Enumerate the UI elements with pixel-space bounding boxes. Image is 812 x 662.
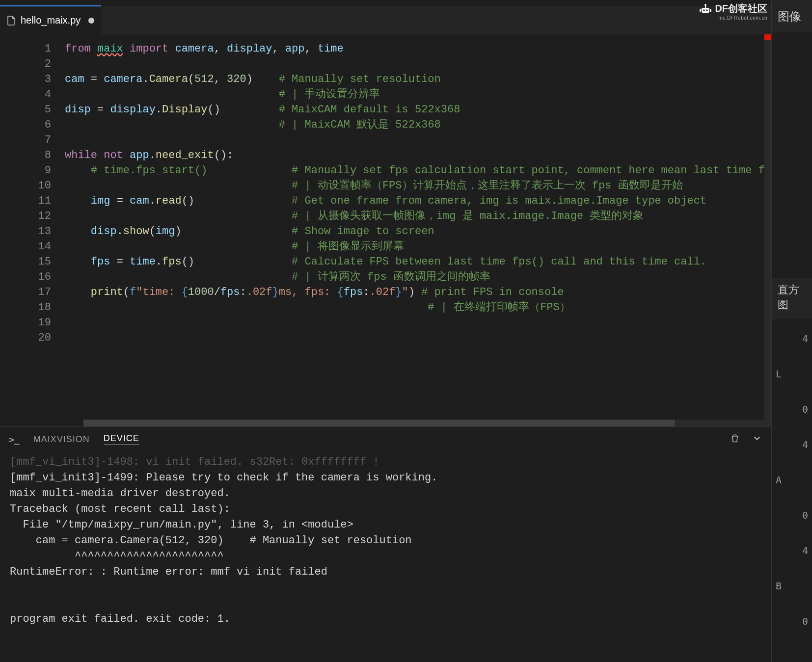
brand-subtitle: mc.DFRobot.com.cn [718, 15, 767, 21]
metric-channel-label: A [776, 474, 782, 486]
editor-tab-hello-maix[interactable]: hello_maix.py [0, 6, 101, 34]
line-number: 16 [0, 269, 65, 285]
code-line[interactable]: while not app.need_exit(): [65, 148, 771, 163]
terminal-line: program exit failed. exit code: 1. [10, 611, 761, 627]
code-content[interactable]: from maix import camera, display, app, t… [65, 34, 771, 420]
svg-rect-5 [700, 9, 701, 12]
code-line[interactable]: fps = time.fps() # Calculate FPS between… [65, 254, 771, 269]
metric-row: L [776, 368, 808, 380]
terminal-line: [mmf_vi_init3]-1498: vi init failed. s32… [10, 454, 761, 470]
svg-point-0 [704, 4, 706, 6]
editor-horizontal-scrollbar[interactable] [83, 420, 771, 426]
code-line[interactable]: # | 从摄像头获取一帧图像，img 是 maix.image.Image 类型… [65, 209, 771, 224]
side-header-image: 图像 [772, 0, 812, 30]
metric-row: A [776, 474, 808, 486]
line-number: 6 [0, 117, 65, 132]
side-header-histogram: 直方图 [772, 278, 812, 317]
line-number: 5 [0, 102, 65, 117]
code-line[interactable]: cam = camera.Camera(512, 320) # Manually… [65, 72, 771, 87]
line-number: 8 [0, 148, 65, 163]
unsaved-dot-icon [88, 18, 94, 24]
line-number: 7 [0, 132, 65, 148]
terminal-line: ^^^^^^^^^^^^^^^^^^^^^^^ [10, 549, 761, 564]
file-icon [7, 16, 16, 26]
code-line[interactable]: disp = display.Display() # MaixCAM defau… [65, 102, 771, 117]
svg-rect-1 [705, 6, 706, 8]
terminal-line [10, 580, 761, 596]
terminal-line: File "/tmp/maixpy_run/main.py", line 3, … [10, 517, 761, 533]
terminal-tab-device[interactable]: DEVICE [104, 433, 139, 445]
line-number: 15 [0, 254, 65, 269]
bottom-panel: >_ MAIXVISION DEVICE [mmf_v [0, 426, 771, 662]
line-number: 10 [0, 178, 65, 193]
line-number: 4 [0, 87, 65, 102]
metric-channel-label: L [776, 368, 782, 380]
line-number-gutter: 1234567891011121314151617181920 [0, 34, 65, 420]
editor-vertical-scrollbar[interactable] [764, 34, 771, 420]
code-line[interactable] [65, 315, 771, 330]
line-number: 17 [0, 285, 65, 300]
terminal-tab-maixvision[interactable]: MAIXVISION [33, 434, 90, 445]
code-line[interactable]: # | 将图像显示到屏幕 [65, 239, 771, 254]
line-number: 2 [0, 56, 65, 72]
code-line[interactable]: # | 动设置帧率（FPS）计算开始点，这里注释了表示上一次 fps 函数即是开… [65, 178, 771, 193]
code-line[interactable]: img = cam.read() # Get one frame from ca… [65, 193, 771, 209]
overview-ruler-error [764, 34, 771, 40]
svg-point-3 [704, 9, 705, 11]
scrollbar-thumb[interactable] [83, 420, 675, 426]
terminal-line [10, 596, 761, 611]
line-number: 13 [0, 224, 65, 239]
image-preview-area [772, 32, 812, 278]
code-line[interactable]: from maix import camera, display, app, t… [65, 41, 771, 56]
line-number: 3 [0, 72, 65, 87]
line-number: 12 [0, 209, 65, 224]
svg-point-4 [706, 9, 708, 11]
metric-value: 4 [802, 439, 808, 450]
svg-rect-2 [702, 8, 709, 13]
side-panel: 图像 直方图 4L04A04B0 [771, 0, 812, 662]
metric-value: 0 [802, 403, 808, 415]
metric-value: 0 [802, 509, 808, 521]
code-line[interactable]: # time.fps_start() # Manually set fps ca… [65, 163, 771, 178]
code-line[interactable]: # | 计算两次 fps 函数调用之间的帧率 [65, 269, 771, 285]
line-number: 19 [0, 315, 65, 330]
code-editor[interactable]: 1234567891011121314151617181920 from mai… [0, 34, 771, 420]
terminal-header: >_ MAIXVISION DEVICE [0, 427, 771, 451]
code-line[interactable] [65, 56, 771, 72]
terminal-line: cam = camera.Camera(512, 320) # Manually… [10, 533, 761, 549]
code-line[interactable]: # | 在终端打印帧率（FPS） [65, 300, 771, 315]
metric-value: 0 [802, 615, 808, 627]
metric-value: 4 [802, 545, 808, 556]
terminal-line: [mmf_vi_init3]-1499: Please try to check… [10, 470, 761, 486]
line-number: 11 [0, 193, 65, 209]
terminal-line: RuntimeError: : Runtime error: mmf vi in… [10, 564, 761, 580]
trash-icon[interactable] [730, 433, 740, 446]
terminal-line: maix multi-media driver destroyed. [10, 486, 761, 502]
chevron-down-icon[interactable] [752, 433, 762, 446]
metric-value: 4 [802, 333, 808, 344]
metric-channel-label: B [776, 580, 782, 592]
code-line[interactable] [65, 132, 771, 148]
line-number: 1 [0, 41, 65, 56]
code-line[interactable]: # | MaixCAM 默认是 522x368 [65, 117, 771, 132]
robot-icon [699, 3, 712, 14]
metric-row: B [776, 580, 808, 592]
prompt-icon: >_ [9, 434, 20, 445]
line-number: 18 [0, 300, 65, 315]
line-number: 9 [0, 163, 65, 178]
line-number: 14 [0, 239, 65, 254]
editor-tab-label: hello_maix.py [21, 15, 81, 26]
terminal-line: Traceback (most recent call last): [10, 502, 761, 517]
brand-watermark: DF创客社区 mc.DFRobot.com.cn [699, 2, 767, 21]
code-line[interactable]: # | 手动设置分辨率 [65, 87, 771, 102]
brand-title: DF创客社区 [715, 2, 767, 15]
code-line[interactable] [65, 330, 771, 345]
terminal-output[interactable]: [mmf_vi_init3]-1498: vi init failed. s32… [0, 451, 771, 662]
editor-tabbar: hello_maix.py [0, 6, 771, 34]
svg-rect-6 [710, 9, 711, 12]
code-line[interactable]: print(f"time: {1000/fps:.02f}ms, fps: {f… [65, 285, 771, 300]
code-line[interactable]: disp.show(img) # Show image to screen [65, 224, 771, 239]
histogram-area: 4L04A04B0 [772, 319, 812, 662]
line-number: 20 [0, 330, 65, 345]
